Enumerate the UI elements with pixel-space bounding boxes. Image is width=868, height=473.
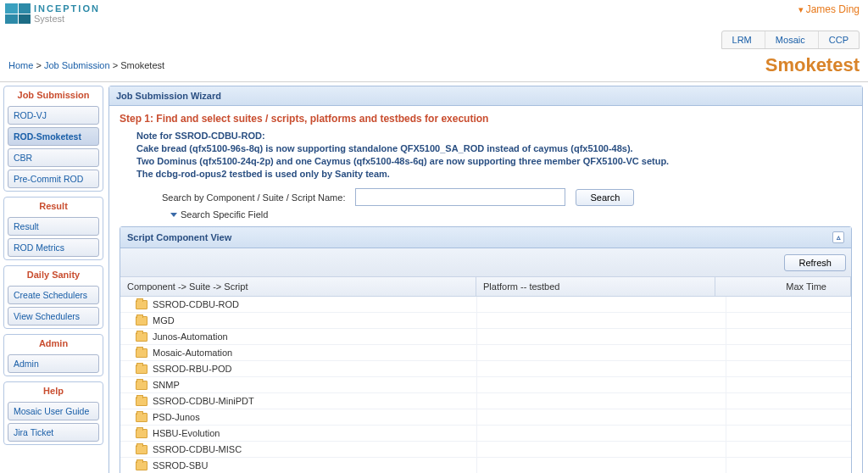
folder-icon	[136, 461, 147, 470]
folder-icon	[136, 316, 147, 326]
breadcrumb-home[interactable]: Home	[8, 60, 33, 70]
note-heading: Note for SSROD-CDBU-ROD:	[136, 130, 852, 142]
brand-name: INCEPTION	[34, 3, 100, 14]
caret-down-icon	[170, 213, 177, 217]
table-row[interactable]: SSROD-CDBU-ROD	[120, 297, 851, 313]
step-title: Step 1: Find and select suites / scripts…	[120, 113, 852, 125]
sidebar-group-title: Job Submission	[4, 86, 103, 103]
breadcrumb: Home > Job Submission > Smoketest	[8, 60, 164, 70]
table-row[interactable]: Mosaic-Automation	[120, 345, 851, 361]
brand: INCEPTION Systest	[5, 3, 100, 24]
sidebar-item-view-schedulers[interactable]: View Schedulers	[8, 307, 99, 326]
sidebar-group-title: Result	[4, 198, 103, 214]
breadcrumb-current: Smoketest	[120, 60, 164, 70]
user-menu[interactable]: ▾ James Ding	[721, 3, 860, 15]
row-label: SSROD-CDBU-MiniPDT	[153, 396, 254, 406]
note-line: The dcbg-rod-opus2 testbed is used only …	[136, 168, 852, 181]
table-row[interactable]: SSROD-CDBU-MiniPDT	[120, 393, 851, 409]
top-nav: LRM Mosaic CCP	[721, 31, 860, 49]
folder-icon	[136, 429, 147, 438]
note-line: Cake bread (qfx5100-96s-8q) is now suppo…	[136, 142, 852, 155]
note-block: Note for SSROD-CDBU-ROD: Cake bread (qfx…	[136, 130, 852, 180]
sidebar-item-admin[interactable]: Admin	[8, 354, 99, 373]
note-line: Two Dominus (qfx5100-24q-2p) and one Cay…	[136, 155, 852, 168]
refresh-button[interactable]: Refresh	[784, 254, 846, 271]
sidebar-item-rod-smoketest[interactable]: ROD-Smoketest	[8, 127, 99, 146]
sidebar-item-mosaic-user-guide[interactable]: Mosaic User Guide	[8, 402, 99, 420]
page-title: Smoketest	[765, 54, 860, 76]
topnav-ccp[interactable]: CCP	[818, 31, 859, 48]
row-label: HSBU-Evolution	[153, 428, 220, 438]
sidebar-group-title: Daily Sanity	[4, 266, 103, 283]
topnav-lrm[interactable]: LRM	[722, 31, 762, 48]
folder-icon	[136, 332, 147, 342]
table-row[interactable]: SSROD-SBU	[120, 458, 851, 473]
brand-sub: Systest	[34, 14, 100, 24]
folder-icon	[136, 364, 147, 374]
folder-icon	[136, 348, 147, 358]
row-label: Mosaic-Automation	[153, 348, 232, 358]
table-row[interactable]: SSROD-RBU-POD	[120, 361, 851, 377]
col-maxtime[interactable]: Max Time	[715, 277, 851, 296]
grid-title: Script Component View	[127, 232, 231, 242]
table-row[interactable]: PSD-Junos	[120, 409, 851, 426]
sidebar-item-rod-metrics[interactable]: ROD Metrics	[8, 238, 99, 257]
wizard-header: Job Submission Wizard	[109, 86, 862, 106]
script-component-view-panel: Script Component View ▵ Refresh Componen…	[120, 226, 852, 473]
search-input[interactable]	[355, 188, 565, 206]
row-label: SSROD-CDBU-MISC	[153, 444, 242, 454]
table-row[interactable]: SNMP	[120, 377, 851, 393]
row-label: SSROD-RBU-POD	[153, 364, 232, 374]
folder-icon	[136, 381, 147, 390]
table-row[interactable]: HSBU-Evolution	[120, 426, 851, 442]
folder-icon	[136, 397, 147, 406]
row-label: MGD	[153, 315, 175, 326]
sidebar: Job SubmissionROD-VJROD-SmoketestCBRPre-…	[0, 82, 107, 473]
topnav-mosaic[interactable]: Mosaic	[765, 31, 815, 48]
caret-down-icon: ▾	[798, 4, 804, 14]
sidebar-item-rod-vj[interactable]: ROD-VJ	[8, 106, 99, 125]
folder-icon	[136, 300, 147, 309]
col-platform[interactable]: Platform -- testbed	[476, 277, 715, 296]
sidebar-item-jira-ticket[interactable]: Jira Ticket	[8, 423, 99, 442]
col-component[interactable]: Component -> Suite -> Script	[120, 277, 476, 296]
wizard-panel: Job Submission Wizard Step 1: Find and s…	[108, 86, 863, 473]
brand-logo-icon	[5, 3, 31, 24]
folder-icon	[136, 413, 147, 422]
row-label: PSD-Junos	[153, 412, 200, 422]
breadcrumb-job-submission[interactable]: Job Submission	[44, 60, 110, 70]
folder-icon	[136, 445, 147, 454]
collapse-icon[interactable]: ▵	[832, 231, 844, 243]
table-row[interactable]: SSROD-CDBU-MISC	[120, 442, 851, 458]
sidebar-item-cbr[interactable]: CBR	[8, 148, 99, 167]
grid-body[interactable]: SSROD-CDBU-RODMGDJunos-AutomationMosaic-…	[120, 297, 851, 473]
row-label: SSROD-CDBU-ROD	[153, 299, 239, 309]
table-row[interactable]: MGD	[120, 313, 851, 329]
search-label: Search by Component / Suite / Script Nam…	[162, 192, 345, 203]
grid-header: Component -> Suite -> Script Platform --…	[120, 277, 851, 297]
row-label: SNMP	[153, 380, 180, 390]
sidebar-item-result[interactable]: Result	[8, 217, 99, 236]
user-name: James Ding	[806, 3, 860, 15]
sidebar-item-create-schedulers[interactable]: Create Schedulers	[8, 286, 99, 304]
table-row[interactable]: Junos-Automation	[120, 329, 851, 345]
sidebar-group-title: Help	[4, 382, 103, 399]
sidebar-group-title: Admin	[4, 335, 103, 352]
search-specific-field-toggle[interactable]: Search Specific Field	[170, 209, 852, 220]
sidebar-item-pre-commit-rod[interactable]: Pre-Commit ROD	[8, 170, 99, 188]
row-label: SSROD-SBU	[153, 460, 208, 470]
search-button[interactable]: Search	[576, 189, 634, 206]
row-label: Junos-Automation	[153, 331, 228, 342]
